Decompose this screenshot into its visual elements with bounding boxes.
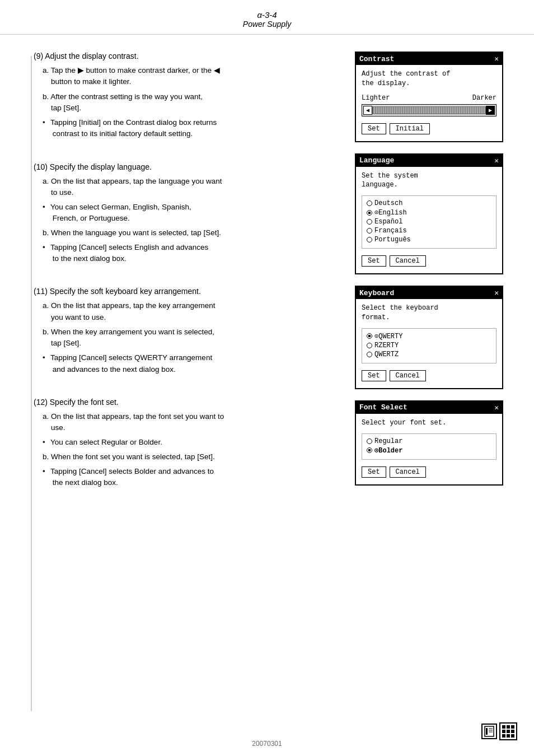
contrast-lighter-label: Lighter — [362, 94, 390, 102]
language-dialog-titlebar: Language ✕ — [356, 155, 502, 167]
font-desc: Select your font set. — [362, 418, 496, 428]
bottom-bar — [481, 722, 517, 745]
language-option-espanol[interactable]: Español — [367, 218, 491, 226]
section-11-title: (11) Specify the soft keyboard key arran… — [34, 287, 344, 296]
language-buttons: Set Cancel — [362, 255, 496, 269]
radio-francais — [367, 228, 372, 234]
language-dialog-body: Set the systemlanguage. Deutsch ⊙English… — [356, 167, 502, 274]
language-deutsch-label: Deutsch — [374, 199, 402, 207]
radio-portugues — [367, 237, 372, 242]
language-dialog-close[interactable]: ✕ — [494, 156, 499, 165]
dialogs-column: Contrast ✕ Adjust the contrast ofthe dis… — [355, 52, 523, 500]
keyboard-rzerty-label: RZERTY — [374, 342, 399, 349]
keyboard-buttons: Set Cancel — [362, 370, 496, 384]
font-regular-label: Regular — [374, 437, 402, 445]
section-11-bullet: Tapping [Cancel] selects QWERTY arrangem… — [50, 352, 344, 375]
grid-icon — [499, 722, 517, 740]
contrast-darker-label: Darker — [472, 94, 496, 102]
keyboard-radio-list: ⊙QWERTY RZERTY QWERTZ — [362, 328, 496, 363]
keyboard-set-button[interactable]: Set — [362, 370, 386, 381]
font-dialog-close[interactable]: ✕ — [494, 403, 499, 412]
language-option-english[interactable]: ⊙English — [367, 208, 491, 217]
section-10-bullet2: Tapping [Cancel] selects English and adv… — [50, 242, 344, 265]
contrast-left-arrow[interactable]: ◀ — [363, 106, 372, 115]
left-border-line — [31, 56, 32, 711]
language-dialog: Language ✕ Set the systemlanguage. Deuts… — [355, 153, 503, 275]
language-option-deutsch[interactable]: Deutsch — [367, 199, 491, 207]
font-buttons: Set Cancel — [362, 466, 496, 480]
font-option-bolder[interactable]: ⊙Bolder — [367, 446, 491, 455]
footer-date: 20070301 — [252, 740, 282, 748]
section-11: (11) Specify the soft keyboard key arran… — [34, 287, 344, 375]
contrast-dialog-body: Adjust the contrast ofthe display. Light… — [356, 65, 502, 141]
language-set-button[interactable]: Set — [362, 255, 386, 267]
section-10-a: a. On the list that appears, tap the lan… — [43, 176, 344, 199]
language-francais-label: Français — [374, 227, 407, 235]
radio-qwerty — [367, 333, 372, 339]
radio-qwertz — [367, 352, 372, 357]
contrast-bar — [372, 106, 486, 114]
keyboard-option-rzerty[interactable]: RZERTY — [367, 342, 491, 349]
instructions-column: (9) Adjust the display contrast. a. Tap … — [34, 52, 355, 500]
font-dialog-title: Font Select — [359, 403, 407, 412]
language-portugues-label: Português — [374, 236, 411, 244]
book-icon — [481, 724, 497, 739]
language-option-francais[interactable]: Français — [367, 227, 491, 235]
contrast-dialog-titlebar: Contrast ✕ — [356, 53, 502, 65]
font-set-button[interactable]: Set — [362, 466, 386, 478]
page-alpha: α-3-4 — [0, 10, 534, 20]
section-11-a: a. On the list that appears, tap the key… — [43, 300, 344, 323]
font-option-regular[interactable]: Regular — [367, 437, 491, 445]
contrast-dialog-close[interactable]: ✕ — [494, 54, 499, 63]
section-10-b: b. When the language you want is selecte… — [43, 227, 344, 239]
radio-espanol — [367, 219, 372, 225]
contrast-labels: Lighter Darker — [362, 94, 496, 102]
keyboard-qwertz-label: QWERTZ — [374, 351, 399, 358]
contrast-buttons: Set Initial — [362, 123, 496, 137]
section-10-bullet1: You can select German, English, Spanish,… — [50, 202, 344, 225]
keyboard-option-qwerty[interactable]: ⊙QWERTY — [367, 332, 491, 340]
section-12-bullet2: Tapping [Cancel] selects Bolder and adva… — [50, 466, 344, 489]
main-content: (9) Adjust the display contrast. a. Tap … — [0, 35, 534, 511]
font-dialog: Font Select ✕ Select your font set. Regu… — [355, 400, 503, 486]
keyboard-dialog-titlebar: Keyboard ✕ — [356, 287, 502, 299]
contrast-dialog-title: Contrast — [359, 55, 394, 63]
section-10-title: (10) Specify the display language. — [34, 162, 344, 171]
keyboard-qwerty-label: ⊙QWERTY — [374, 332, 402, 340]
section-12: (12) Specify the font set. a. On the lis… — [34, 398, 344, 489]
contrast-dialog: Contrast ✕ Adjust the contrast ofthe dis… — [355, 52, 503, 142]
svg-rect-1 — [486, 728, 488, 735]
keyboard-option-qwertz[interactable]: QWERTZ — [367, 351, 491, 358]
contrast-right-arrow[interactable]: ▶ — [486, 106, 495, 115]
language-cancel-button[interactable]: Cancel — [390, 255, 426, 267]
section-12-title: (12) Specify the font set. — [34, 398, 344, 407]
language-espanol-label: Español — [374, 218, 402, 226]
language-dialog-title: Language — [359, 156, 394, 165]
keyboard-cancel-button[interactable]: Cancel — [390, 370, 426, 381]
contrast-desc: Adjust the contrast ofthe display. — [362, 69, 496, 88]
radio-rzerty — [367, 343, 372, 348]
contrast-slider[interactable]: ◀ ▶ — [362, 104, 496, 116]
font-radio-list: Regular ⊙Bolder — [362, 433, 496, 460]
keyboard-dialog-body: Select the keyboardformat. ⊙QWERTY RZERT… — [356, 299, 502, 388]
language-english-label: ⊙English — [374, 208, 407, 217]
section-9-bullet: Tapping [Initial] on the Contrast dialog… — [50, 117, 344, 140]
section-10: (10) Specify the display language. a. On… — [34, 162, 344, 265]
radio-deutsch — [367, 200, 372, 206]
section-12-bullet1: You can select Regular or Bolder. — [50, 437, 344, 448]
page-subtitle: Power Supply — [0, 20, 534, 29]
section-9-a: a. Tap the ▶ button to make contrast dar… — [43, 65, 344, 88]
font-dialog-titlebar: Font Select ✕ — [356, 402, 502, 414]
section-9-title: (9) Adjust the display contrast. — [34, 52, 344, 60]
contrast-set-button[interactable]: Set — [362, 123, 386, 134]
language-option-portugues[interactable]: Português — [367, 236, 491, 244]
language-desc: Set the systemlanguage. — [362, 171, 496, 190]
section-9-b: b. After the contrast setting is the way… — [43, 91, 344, 114]
radio-english — [367, 210, 372, 216]
contrast-initial-button[interactable]: Initial — [390, 123, 430, 134]
keyboard-desc: Select the keyboardformat. — [362, 304, 496, 323]
keyboard-dialog-title: Keyboard — [359, 289, 394, 297]
keyboard-dialog-close[interactable]: ✕ — [494, 288, 499, 297]
section-9: (9) Adjust the display contrast. a. Tap … — [34, 52, 344, 140]
font-cancel-button[interactable]: Cancel — [390, 466, 426, 478]
